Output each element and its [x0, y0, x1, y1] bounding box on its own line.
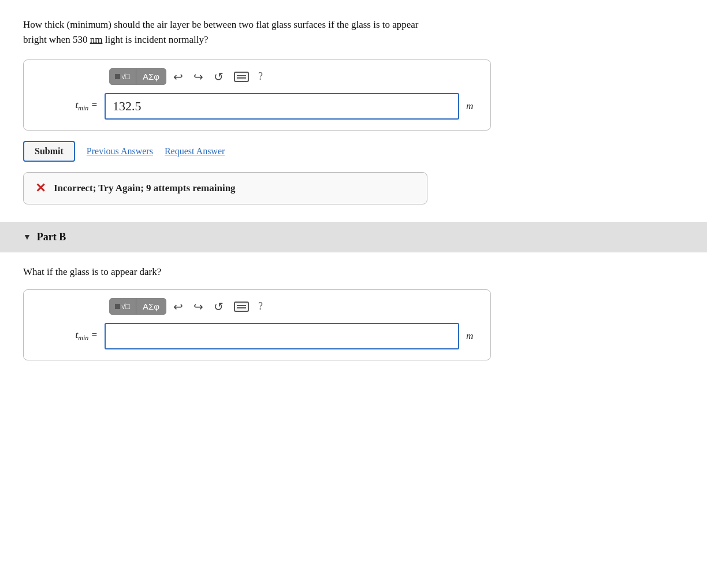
part-a-answer-box: √□ ΑΣφ ↩ ↪ ↺ ? tmin = m — [23, 59, 491, 131]
wavelength-unit: nm — [90, 34, 103, 45]
part-b-refresh-button[interactable]: ↺ — [210, 299, 227, 315]
small-square-icon — [115, 74, 120, 79]
part-b-keyboard-icon — [234, 302, 249, 312]
part-b-keyboard-button[interactable] — [230, 300, 252, 313]
part-b-answer-box: √□ ΑΣφ ↩ ↪ ↺ ? tmin = m — [23, 289, 491, 360]
part-b-input-label: tmin = — [34, 329, 98, 343]
part-b-answer-input[interactable] — [105, 323, 459, 349]
refresh-button[interactable]: ↺ — [210, 69, 227, 85]
part-b-unit-label: m — [466, 330, 480, 342]
part-b-question: What if the glass is to appear dark? — [23, 266, 684, 278]
help-button[interactable]: ? — [256, 69, 265, 84]
part-b-input-row: tmin = m — [34, 323, 480, 349]
keyboard-button[interactable] — [230, 70, 252, 83]
redo-button[interactable]: ↪ — [190, 69, 207, 85]
sqrt-icon: √□ — [115, 72, 130, 81]
feedback-box: ✕ Incorrect; Try Again; 9 attempts remai… — [23, 172, 427, 204]
part-b-header: ▼ Part B — [0, 222, 707, 252]
part-b-redo-button[interactable]: ↪ — [190, 299, 207, 315]
part-a-unit-label: m — [466, 101, 480, 112]
part-b-greek-button[interactable]: ΑΣφ — [136, 299, 166, 314]
part-b-math-sqrt-button[interactable]: √□ — [110, 299, 135, 314]
part-b-small-square-icon — [115, 304, 120, 309]
part-a-answer-input[interactable] — [105, 93, 459, 120]
part-a-question: How thick (minimum) should the air layer… — [23, 17, 684, 47]
incorrect-icon: ✕ — [35, 181, 46, 196]
part-b-math-toolbar-group: √□ ΑΣφ — [109, 298, 166, 315]
page-container: How thick (minimum) should the air layer… — [0, 0, 707, 588]
part-b-arrow-icon: ▼ — [23, 233, 31, 242]
previous-answers-button[interactable]: Previous Answers — [87, 146, 153, 157]
feedback-text: Incorrect; Try Again; 9 attempts remaini… — [54, 183, 236, 194]
request-answer-button[interactable]: Request Answer — [165, 146, 225, 157]
part-b-title: Part B — [37, 231, 66, 243]
math-toolbar-group: √□ ΑΣφ — [109, 68, 166, 85]
part-b-sqrt-icon: √□ — [115, 302, 130, 311]
math-sqrt-button[interactable]: √□ — [110, 69, 135, 84]
part-b-help-button[interactable]: ? — [256, 299, 265, 314]
undo-button[interactable]: ↩ — [170, 69, 187, 85]
keyboard-icon — [234, 72, 249, 82]
part-b-undo-button[interactable]: ↩ — [170, 299, 187, 315]
part-b-toolbar: √□ ΑΣφ ↩ ↪ ↺ ? — [109, 298, 480, 315]
part-a-input-label: tmin = — [34, 99, 98, 113]
part-a-submit-row: Submit Previous Answers Request Answer — [23, 141, 491, 162]
greek-button[interactable]: ΑΣφ — [136, 69, 166, 84]
submit-button[interactable]: Submit — [23, 141, 75, 162]
part-a-toolbar: √□ ΑΣφ ↩ ↪ ↺ ? — [109, 68, 480, 85]
part-a-input-row: tmin = m — [34, 93, 480, 120]
